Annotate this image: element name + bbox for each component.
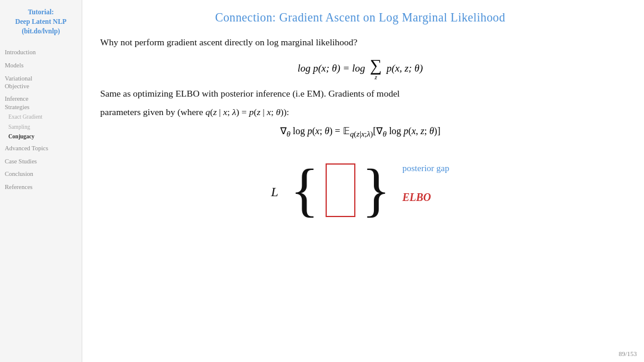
- sidebar-item-variational-objective[interactable]: VariationalObjective: [5, 75, 77, 91]
- same-as-text1: Same as optimizing ELBO with posterior i…: [100, 86, 620, 101]
- summation-symbol: ∑ z: [370, 57, 382, 81]
- sidebar-item-inference-strategies[interactable]: InferenceStrategies: [5, 95, 77, 111]
- formula1: log p(x; θ) = log ∑ z p(x, z; θ): [100, 57, 620, 81]
- label-l: L: [271, 184, 278, 200]
- formula1-text: log p(x; θ) = log: [298, 63, 365, 75]
- label-elbo: ELBO: [402, 191, 431, 204]
- diagram-area: L { } posterior gap ELBO: [100, 151, 620, 229]
- right-brace: }: [362, 160, 391, 220]
- outer-rect: [319, 151, 362, 229]
- main-content: Connection: Gradient Ascent on Log Margi…: [82, 0, 644, 362]
- sidebar-item-exact-gradient[interactable]: Exact Gradient: [8, 113, 77, 121]
- sidebar-item-introduction[interactable]: Introduction: [5, 48, 77, 57]
- sidebar: Tutorial: Deep Latent NLP (bit.do/lvnlp)…: [0, 0, 82, 362]
- sidebar-item-conjugacy[interactable]: Conjugacy: [8, 133, 77, 141]
- left-brace: {: [290, 160, 319, 220]
- sidebar-item-conclusion[interactable]: Conclusion: [5, 170, 77, 179]
- formula1-right: p(x, z; θ): [386, 63, 423, 75]
- brace-container: { }: [290, 151, 391, 229]
- sidebar-tutorial-title: Tutorial: Deep Latent NLP (bit.do/lvnlp): [5, 7, 77, 36]
- sidebar-item-case-studies[interactable]: Case Studies: [5, 157, 77, 166]
- label-posterior-gap: posterior gap: [402, 163, 450, 174]
- sidebar-item-references[interactable]: References: [5, 183, 77, 192]
- page-number: 89/153: [618, 350, 637, 357]
- same-as-text2: parameters given by (where q(z | x; λ) =…: [100, 105, 620, 120]
- sidebar-item-models[interactable]: Models: [5, 61, 77, 70]
- diagram-labels: posterior gap ELBO: [402, 163, 450, 204]
- sidebar-item-sampling[interactable]: Sampling: [8, 123, 77, 131]
- formula2: ∇θ log p(x; θ) = 𝔼q(z|x;λ)[∇θ log p(x, z…: [100, 125, 620, 139]
- slide-title: Connection: Gradient Ascent on Log Margi…: [100, 11, 620, 24]
- intro-text: Why not perform gradient ascent directly…: [100, 35, 620, 50]
- sidebar-item-advanced-topics[interactable]: Advanced Topics: [5, 144, 77, 153]
- sidebar-title: Tutorial: Deep Latent NLP (bit.do/lvnlp): [5, 7, 77, 36]
- inner-rect: [326, 163, 355, 217]
